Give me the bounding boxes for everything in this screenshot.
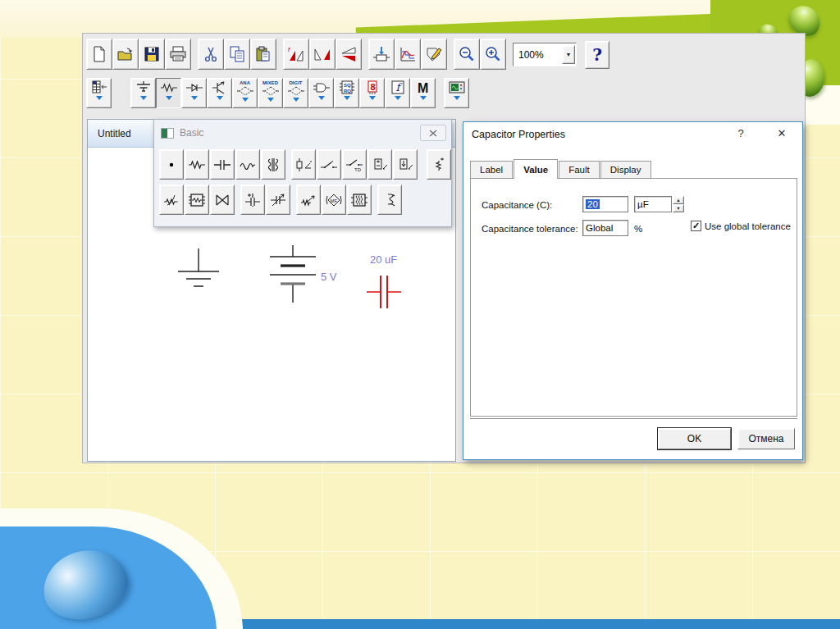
switch-button[interactable] — [317, 149, 341, 180]
group-dropdown-triangle — [166, 96, 172, 100]
capacitance-unit-select[interactable]: µF — [634, 196, 672, 212]
save-button[interactable] — [139, 39, 165, 70]
coreless-coil-button[interactable] — [377, 185, 402, 215]
palette-close-button[interactable] — [420, 125, 446, 141]
flip-horizontal-button[interactable] — [309, 39, 336, 70]
battery-symbol[interactable]: 5 V — [270, 245, 337, 303]
tolerance-input[interactable]: Global — [582, 220, 628, 236]
zoom-level-select[interactable]: 100% ▼ — [513, 43, 577, 66]
edit-properties-button[interactable] — [421, 39, 447, 70]
paste-clipboard-icon — [253, 45, 273, 63]
coil-pack-button[interactable] — [347, 185, 372, 215]
voltage-switch-button[interactable] — [368, 149, 392, 180]
function-group-button[interactable]: f — [385, 78, 410, 108]
inductor-icon — [239, 157, 257, 172]
analysis-button[interactable] — [395, 39, 421, 70]
basic-palette-title-bar[interactable]: Basic — [154, 120, 451, 146]
zoom-dropdown-button[interactable]: ▼ — [562, 45, 575, 64]
junction-dot-icon — [162, 157, 180, 172]
trimmer-capacitor-icon — [269, 193, 287, 207]
use-global-tolerance-label: Use global tolerance — [705, 221, 791, 231]
unit-spinner: ▲ ▼ — [673, 196, 684, 212]
tab-fault[interactable]: Fault — [559, 161, 600, 178]
capacitance-value: 20 — [586, 199, 600, 209]
sources-group-button[interactable] — [130, 78, 156, 108]
print-button[interactable] — [165, 39, 191, 70]
paste-button[interactable] — [250, 39, 276, 70]
polarized-capacitor-button[interactable] — [240, 185, 265, 215]
capacitor-value-label: 20 uF — [370, 253, 397, 266]
zoom-in-button[interactable] — [480, 39, 506, 70]
potentiometer-button[interactable] — [296, 185, 321, 215]
dialog-title-bar[interactable]: Capacitor Properties — [463, 122, 802, 147]
resistor-pack-icon — [188, 193, 206, 207]
mixed-ic-icon — [262, 86, 280, 97]
flipflop-group-button[interactable]: SQRQ — [334, 78, 359, 108]
analog-ic-group-button[interactable]: ANA — [232, 78, 258, 108]
print-icon — [168, 45, 188, 63]
in-use-list-button[interactable] — [86, 78, 112, 108]
new-button[interactable] — [86, 39, 112, 70]
ok-button[interactable]: OK — [658, 428, 731, 449]
copy-button[interactable] — [224, 39, 250, 70]
diodes-group-button[interactable] — [181, 78, 207, 108]
function-box-icon: f — [389, 80, 407, 95]
resistor-button[interactable] — [185, 149, 209, 180]
group-dropdown-triangle — [191, 96, 198, 100]
transformer-button[interactable] — [261, 149, 285, 180]
instruments-group-button[interactable] — [444, 78, 469, 108]
transistors-group-button[interactable] — [207, 78, 232, 108]
magnetic-core-button[interactable]: MF — [322, 185, 346, 215]
logic-gates-group-button[interactable] — [308, 78, 334, 108]
replace-component-button[interactable] — [368, 39, 395, 70]
nonlinear-resistor-icon — [162, 193, 180, 207]
mixed-ic-group-button[interactable]: MIXED — [258, 78, 283, 108]
current-switch-button[interactable] — [393, 149, 418, 180]
relay-icon — [294, 157, 313, 172]
junction-button[interactable] — [159, 149, 184, 180]
cancel-button[interactable]: Отмена — [737, 428, 795, 449]
digital-ic-group-button[interactable]: DIGIT — [283, 78, 308, 108]
open-button[interactable] — [112, 39, 139, 70]
indicators-group-button[interactable]: 8 — [359, 78, 385, 108]
ewb-application-window: f 100% ▼ ? ANA MIXED DIGIT — [82, 33, 806, 463]
close-icon: ✕ — [778, 127, 787, 139]
capacitor-button[interactable] — [210, 149, 235, 180]
basic-group-button[interactable] — [156, 78, 181, 108]
capacitance-input[interactable]: 20 — [582, 196, 628, 212]
relay-button[interactable] — [291, 149, 316, 180]
pullup-resistor-button[interactable] — [427, 149, 451, 180]
logic-gate-icon — [313, 80, 331, 95]
value-tab-panel — [470, 178, 797, 417]
diode-icon — [185, 80, 203, 95]
inductor-button[interactable] — [235, 149, 260, 180]
switch-matrix-button[interactable] — [210, 185, 235, 215]
rotate-button[interactable]: f — [283, 39, 309, 70]
trimmer-capacitor-button[interactable] — [266, 185, 290, 215]
misc-group-button[interactable]: M — [410, 78, 436, 108]
selected-capacitor-symbol[interactable]: 20 uF — [367, 253, 401, 308]
help-button[interactable]: ? — [585, 41, 609, 69]
spinner-up-button[interactable]: ▲ — [673, 196, 684, 204]
global-tolerance-checkbox[interactable]: ✓ — [691, 221, 701, 231]
zoom-out-button[interactable] — [454, 39, 480, 70]
dropdown-arrow-icon: ▼ — [566, 52, 572, 57]
tab-display[interactable]: Display — [600, 161, 651, 178]
tab-label[interactable]: Label — [470, 161, 513, 178]
flip-vertical-button[interactable] — [336, 39, 362, 70]
nonlinear-resistor-button[interactable] — [159, 185, 184, 215]
ground-symbol[interactable] — [178, 248, 219, 286]
spinner-down-button[interactable]: ▼ — [673, 204, 684, 212]
cut-button[interactable] — [198, 39, 224, 70]
capacitor-icon — [213, 157, 231, 172]
resistor-pack-button[interactable] — [185, 185, 209, 215]
dialog-close-button[interactable]: ✕ — [773, 127, 791, 142]
tab-value[interactable]: Value — [514, 159, 558, 179]
time-delay-switch-button[interactable]: TD — [342, 149, 367, 180]
group-dropdown-triangle — [267, 98, 274, 102]
in-use-list-icon — [90, 80, 108, 95]
dialog-help-button[interactable]: ? — [732, 127, 750, 142]
group-dropdown-triangle — [140, 96, 147, 100]
tolerance-value: Global — [586, 223, 613, 233]
group-dropdown-triangle — [395, 96, 401, 100]
